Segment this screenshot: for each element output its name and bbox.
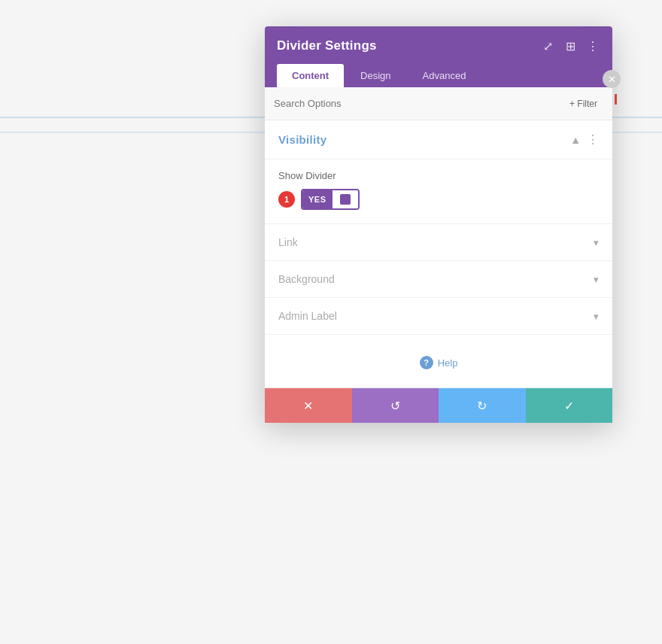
divider-settings-modal: Divider Settings ⤢ ⊞ ⋮ Content Design Ad… — [265, 26, 612, 423]
expand-icon[interactable]: ⤢ — [540, 38, 555, 53]
save-button[interactable]: ✓ — [526, 388, 613, 423]
modal-body: Visibility ▲ ⋮ Show Divider 1 YES Link — [265, 120, 612, 387]
redo-icon: ↻ — [477, 399, 487, 413]
tabs-container: Content Design Advanced — [277, 64, 600, 87]
reset-button[interactable]: ↺ — [352, 388, 439, 423]
columns-icon[interactable]: ⊞ — [563, 38, 578, 53]
modal-title-row: Divider Settings ⤢ ⊞ ⋮ — [277, 38, 600, 53]
modal-header: Divider Settings ⤢ ⊞ ⋮ Content Design Ad… — [265, 26, 612, 87]
link-chevron: ▾ — [594, 237, 599, 248]
badge-number: 1 — [278, 191, 295, 208]
tab-design[interactable]: Design — [345, 64, 405, 87]
show-divider-area: Show Divider 1 YES — [265, 159, 612, 224]
modal-header-icons: ⤢ ⊞ ⋮ — [540, 38, 600, 53]
toggle-thumb — [340, 194, 351, 205]
reset-icon: ↺ — [390, 399, 400, 413]
background-section-title: Background — [278, 273, 335, 285]
tab-advanced[interactable]: Advanced — [408, 64, 481, 87]
toggle-row: 1 YES — [278, 189, 599, 210]
visibility-chevron-up[interactable]: ▲ — [570, 134, 581, 146]
canvas-red-accent — [615, 94, 617, 105]
visibility-title: Visibility — [278, 133, 326, 146]
modal-title: Divider Settings — [277, 38, 377, 53]
cancel-button[interactable]: ✕ — [265, 388, 352, 423]
toggle-switch-track — [333, 190, 358, 208]
admin-label-chevron: ▾ — [594, 311, 599, 322]
toggle-yes-label: YES — [302, 190, 333, 208]
modal-footer: ✕ ↺ ↻ ✓ — [265, 387, 612, 423]
help-icon: ? — [420, 356, 433, 369]
cancel-icon: ✕ — [303, 399, 313, 413]
link-section[interactable]: Link ▾ — [265, 224, 612, 261]
help-text: Help — [438, 357, 458, 369]
visibility-controls: ▲ ⋮ — [570, 132, 599, 147]
admin-label-title: Admin Label — [278, 310, 337, 322]
background-section[interactable]: Background ▾ — [265, 261, 612, 298]
search-bar: + Filter — [265, 87, 612, 120]
more-icon[interactable]: ⋮ — [585, 38, 600, 53]
save-icon: ✓ — [564, 399, 574, 413]
toggle-switch[interactable]: YES — [301, 189, 360, 210]
modal-close-outer-button[interactable]: ✕ — [603, 70, 621, 88]
search-input[interactable] — [274, 98, 563, 109]
visibility-dots[interactable]: ⋮ — [587, 132, 599, 147]
show-divider-label: Show Divider — [278, 170, 599, 181]
admin-label-section[interactable]: Admin Label ▾ — [265, 298, 612, 335]
background-chevron: ▾ — [594, 274, 599, 285]
tab-content[interactable]: Content — [277, 64, 344, 87]
help-area[interactable]: ? Help — [265, 335, 612, 387]
filter-button[interactable]: + Filter — [563, 96, 603, 112]
link-section-title: Link — [278, 236, 298, 248]
redo-button[interactable]: ↻ — [439, 388, 526, 423]
visibility-section-header: Visibility ▲ ⋮ — [265, 120, 612, 159]
